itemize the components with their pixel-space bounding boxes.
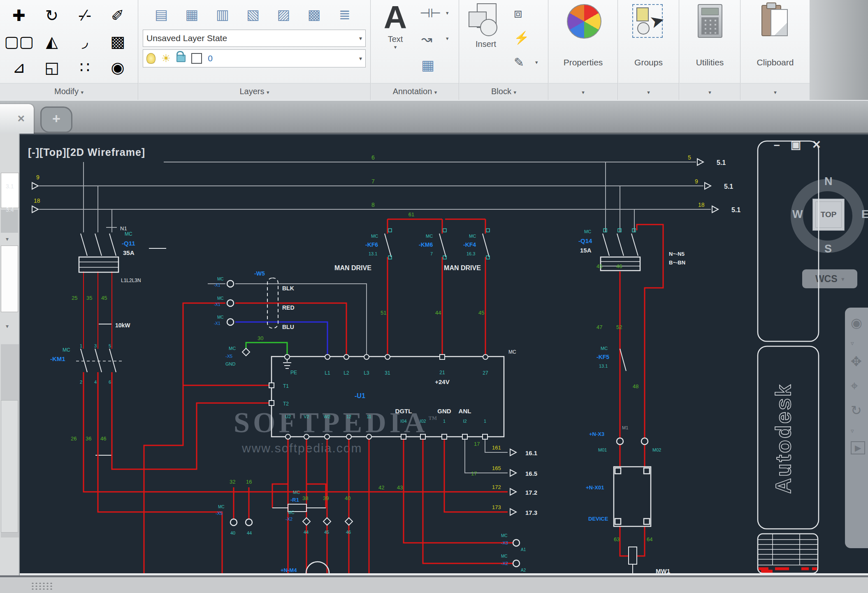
ribbon: ✚↻-∕-✐▢▢◭◞▩⊿◱∷◉ Modify ▾ ▤▦▥▧▨▩≣ Unsaved…: [0, 0, 868, 101]
insert-block-button[interactable]: Insert: [466, 2, 506, 49]
text-dd[interactable]: ▾: [380, 44, 411, 50]
watermark-url: www.softpedia.com: [242, 441, 362, 455]
erase-icon[interactable]: ✐: [111, 7, 124, 25]
viewport-controls-label[interactable]: [-][Top][2D Wireframe]: [28, 146, 145, 158]
drawing-tab[interactable]: ×: [0, 104, 34, 134]
model-space-canvas[interactable]: [-][Top][2D Wireframe] SOFTPEDIA™ www.so…: [20, 134, 868, 574]
file-tab-bar: × +: [0, 101, 868, 134]
block-editor-dd[interactable]: ▾: [535, 59, 538, 65]
viewcube-south[interactable]: S: [824, 243, 832, 255]
layer-match-icon[interactable]: ≣: [339, 6, 351, 23]
scale-icon[interactable]: ◱: [44, 58, 59, 76]
viewcube-north[interactable]: N: [824, 175, 833, 188]
panel-label-modify[interactable]: Modify ▾: [0, 83, 138, 100]
mirror-icon[interactable]: ◭: [46, 32, 58, 51]
groups-label: Groups: [618, 58, 679, 67]
tool-palette-sliver[interactable]: ▾ ▾: [0, 134, 20, 593]
clipboard-icon: [761, 3, 788, 36]
layer-freeze-icon[interactable]: ▦: [185, 6, 198, 23]
text-tool-label: Text: [380, 35, 411, 44]
rotate-icon[interactable]: ↻: [45, 7, 58, 25]
chevron-icon[interactable]: ▿: [851, 340, 854, 347]
panel-block: Insert ⧈ ⚡ ✎ ▾ Block ▾: [460, 0, 548, 100]
ribbon-empty-area: [810, 0, 868, 100]
new-drawing-tab-button[interactable]: +: [40, 107, 72, 133]
chevron2-icon[interactable]: ▿: [851, 427, 854, 435]
offset-icon[interactable]: ◉: [111, 58, 124, 76]
clipboard-label: Clipboard: [741, 58, 810, 67]
layer-combo[interactable]: ☀ 0 ▾: [143, 49, 366, 67]
panel-properties: Properties ▾: [549, 0, 618, 100]
copy-icon[interactable]: ▢▢: [4, 32, 34, 51]
layer-color-swatch: [191, 53, 202, 64]
layer-on-bulb-icon: [146, 53, 155, 64]
showmotion-icon[interactable]: ▶: [851, 441, 865, 454]
stretch-icon[interactable]: ⊿: [12, 58, 26, 76]
layer-thaw-sun-icon: ☀: [161, 52, 171, 65]
panel-annotation: A Text ▾ ⊣⊢ ▾ ↝ ▾ ▦ Annotation ▾: [371, 0, 459, 100]
properties-dd[interactable]: ▾: [549, 83, 617, 100]
move-icon[interactable]: ✚: [12, 7, 26, 25]
utilities-dd[interactable]: ▾: [680, 83, 740, 100]
clipboard-button[interactable]: [761, 3, 788, 36]
toolbar-grip-handle[interactable]: [31, 582, 54, 590]
panel-groups: ➤ Groups ▾: [618, 0, 679, 100]
table-button[interactable]: ▦: [421, 57, 434, 73]
panel-utilities: Utilities ▾: [680, 0, 740, 100]
text-tool-button[interactable]: A Text ▾: [380, 0, 411, 50]
groups-dd[interactable]: ▾: [618, 83, 679, 100]
close-icon: ✕: [812, 139, 832, 151]
viewcube-east[interactable]: E: [861, 208, 868, 221]
panel-label-annotation[interactable]: Annotation ▾: [371, 83, 459, 100]
panel-layers: ▤▦▥▧▨▩≣ Unsaved Layer State▾ ☀ 0 ▾ Layer…: [139, 0, 371, 100]
status-bar: [0, 577, 868, 593]
watermark-title: SOFTPEDIA™: [234, 406, 437, 439]
create-block-button[interactable]: ⧈: [514, 6, 522, 21]
dimension-button[interactable]: ⊣⊢: [420, 6, 441, 20]
layer-unisolate-icon[interactable]: ▨: [277, 6, 290, 23]
panel-label-layers[interactable]: Layers ▾: [139, 83, 370, 100]
zoom-icon[interactable]: ⌖: [851, 378, 858, 394]
steering-wheel-icon[interactable]: ◉: [851, 315, 862, 331]
block-editor-button[interactable]: ✎: [514, 55, 524, 69]
layer-state-dropdown[interactable]: Unsaved Layer State▾: [143, 30, 366, 47]
panel-clipboard: Clipboard ▾: [741, 0, 810, 100]
modify-icon-grid: ✚↻-∕-✐▢▢◭◞▩⊿◱∷◉: [2, 2, 134, 81]
layers-icon-row: ▤▦▥▧▨▩≣: [146, 2, 360, 27]
write-block-button[interactable]: ⚡: [514, 30, 529, 45]
utilities-button[interactable]: [698, 4, 722, 38]
wcs-dropdown[interactable]: WCS▾: [802, 269, 857, 288]
group-selection-icon: ➤: [632, 4, 663, 38]
layer-unlock-icon: [176, 55, 186, 62]
layer-isolate-icon[interactable]: ▧: [246, 6, 260, 23]
calculator-icon: [698, 4, 722, 38]
layer-lock-icon[interactable]: ▩: [308, 6, 321, 23]
array-icon[interactable]: ∷: [80, 58, 90, 76]
restore-icon: ▣: [791, 139, 812, 151]
dimension-dd[interactable]: ▾: [446, 10, 449, 16]
properties-label: Properties: [549, 58, 617, 67]
fillet-icon[interactable]: ◞: [82, 32, 88, 51]
viewcube-top-face[interactable]: TOP: [812, 199, 845, 231]
properties-button: [567, 4, 601, 39]
3d-align-icon[interactable]: ▩: [110, 32, 125, 51]
current-layer-name: 0: [208, 53, 213, 63]
autocad-window: ✚↻-∕-✐▢▢◭◞▩⊿◱∷◉ Modify ▾ ▤▦▥▧▨▩≣ Unsaved…: [0, 0, 868, 593]
trim-icon[interactable]: -∕-: [78, 7, 91, 24]
pan-icon[interactable]: ✥: [851, 354, 862, 369]
orbit-icon[interactable]: ↻: [851, 403, 862, 418]
viewcube-west[interactable]: W: [792, 208, 803, 221]
tab-close-icon[interactable]: ×: [17, 111, 25, 125]
utilities-label: Utilities: [680, 58, 740, 67]
navigation-bar[interactable]: ◉▿✥⌖↻▿▶: [845, 308, 868, 548]
panel-label-block[interactable]: Block ▾: [460, 83, 548, 100]
viewport-window-buttons[interactable]: –▣✕: [774, 138, 832, 151]
groups-button[interactable]: ➤: [632, 4, 663, 38]
minimize-icon: –: [774, 139, 791, 151]
leader-button[interactable]: ↝: [421, 31, 432, 47]
layer-properties-icon[interactable]: ▤: [155, 6, 168, 23]
leader-dd[interactable]: ▾: [446, 35, 449, 42]
layer-off-icon[interactable]: ▥: [216, 6, 229, 23]
text-big-a: A: [380, 0, 411, 35]
clipboard-dd[interactable]: ▾: [741, 83, 810, 100]
